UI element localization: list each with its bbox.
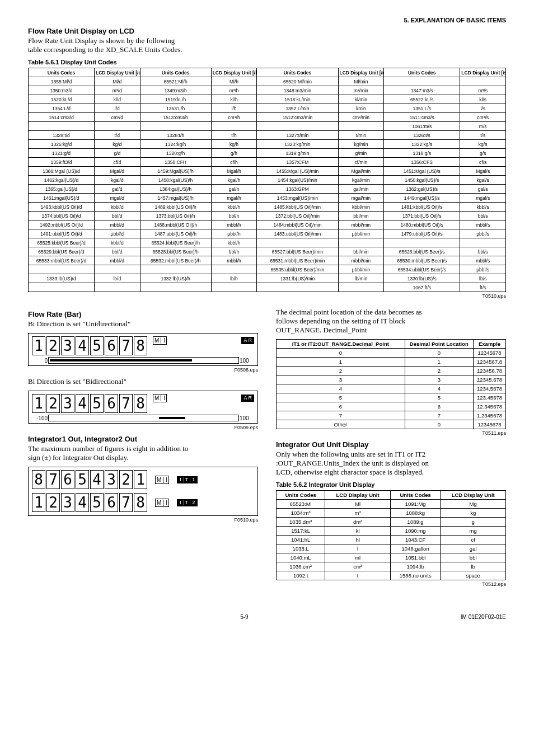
eps-f0509: F0509.eps — [28, 425, 258, 430]
table-caption-562: Table 5.6.2 Integrator Unit Display — [276, 481, 506, 488]
ar-box: A R — [241, 337, 254, 344]
flow-lcd-title: Flow Rate Unit Display on LCD — [28, 27, 506, 35]
digit-cell: 5 — [90, 394, 104, 413]
eps-f0510: F0510.eps — [28, 517, 258, 523]
int-unit-body: Only when the following units are set in… — [276, 450, 506, 477]
digit-cell: 2 — [46, 493, 60, 512]
unidirectional-text: Bi Direction is set "Unidirectional" — [28, 320, 258, 328]
integrator-unit-table: Units CodesLCD Display UnitUnits CodesLC… — [276, 490, 506, 580]
digit-cell: 8 — [134, 493, 147, 512]
digit-cell: 2 — [119, 470, 133, 489]
digit-cell: 3 — [61, 394, 74, 413]
digit-cell: 1 — [32, 394, 45, 413]
eps-t0512: T0512.eps — [276, 581, 506, 587]
mi-box: MI — [155, 499, 169, 507]
table-caption-561: Table 5.6.1 Display Unit Codes — [28, 59, 506, 65]
it1-box: IT1 — [177, 476, 198, 483]
digit-cell: 7 — [46, 470, 60, 489]
digit-cell: 6 — [61, 470, 74, 489]
digit-cell: 8 — [134, 394, 147, 413]
decimal-body: The decimal point location of the data b… — [276, 308, 506, 335]
lcd-display-bi: 12345678 MI A R -100 100 — [28, 391, 258, 424]
eps-f0508: F0508.eps — [28, 367, 258, 373]
digit-cell: 2 — [46, 336, 60, 355]
integrator-display: 87654321 MI IT1 12345678 MI IT2 — [28, 467, 258, 516]
bar-bi — [48, 415, 239, 421]
digit-cell: 6 — [105, 493, 118, 512]
mi-box: MI — [153, 394, 167, 402]
digit-cell: 8 — [32, 470, 45, 489]
mi-box: MI — [155, 476, 169, 484]
decimal-point-table: IT1 or IT2:OUT_RANGE.Decimal_PointDesima… — [276, 339, 506, 429]
digit-cell: 4 — [76, 394, 89, 413]
digit-cell: 3 — [61, 493, 74, 512]
display-unit-codes-table: Units CodesLCD Display Unit [/d]Units Co… — [28, 68, 506, 292]
section-header: 5. EXPLANATION OF BASIC ITEMS — [28, 17, 506, 24]
int-out-body: The maximum number of figures is eight i… — [28, 444, 258, 462]
digit-cell: 1 — [32, 493, 45, 512]
digit-cell: 6 — [105, 336, 118, 355]
digit-cell: 4 — [90, 470, 104, 489]
int-unit-title: Integrator Out Unit Display — [276, 440, 506, 449]
digit-cell: 5 — [90, 336, 104, 355]
flow-lcd-body: Flow Rate Unit Display is shown by the f… — [28, 36, 506, 54]
digit-cell: 7 — [119, 336, 133, 355]
ar-box: A R — [241, 395, 254, 402]
digit-cell: 4 — [76, 336, 89, 355]
digit-cell: 1 — [32, 336, 45, 355]
eps-t0510: T0510.eps — [28, 293, 506, 299]
digit-cell: 6 — [105, 394, 118, 413]
digit-cell: 7 — [119, 394, 133, 413]
digit-cell: 3 — [61, 336, 74, 355]
integrator-out-title: Integrator1 Out, Integrator2 Out — [28, 435, 258, 443]
mi-box: MI — [153, 336, 167, 345]
digit-cell: 5 — [90, 493, 104, 512]
digit-cell: 3 — [105, 470, 118, 489]
page-footer: 5-9 IM 01E20F02-01E — [28, 614, 506, 620]
digit-cell: 8 — [134, 336, 147, 355]
digit-cell: 2 — [46, 394, 60, 413]
digit-cell: 4 — [76, 493, 89, 512]
it2-box: IT2 — [177, 499, 198, 506]
digit-cell: 7 — [119, 493, 133, 512]
digit-cell: 1 — [134, 470, 147, 489]
bidirectional-text: Bi Direction is set "Bidirectional" — [28, 377, 258, 386]
eps-t0511: T0511.eps — [276, 430, 506, 436]
lcd-display-uni: 12345678 MI A R 0 100 — [28, 333, 258, 366]
bar-uni — [48, 357, 239, 364]
digit-cell: 5 — [76, 470, 89, 489]
flow-rate-bar-title: Flow Rate (Bar) — [28, 310, 258, 318]
